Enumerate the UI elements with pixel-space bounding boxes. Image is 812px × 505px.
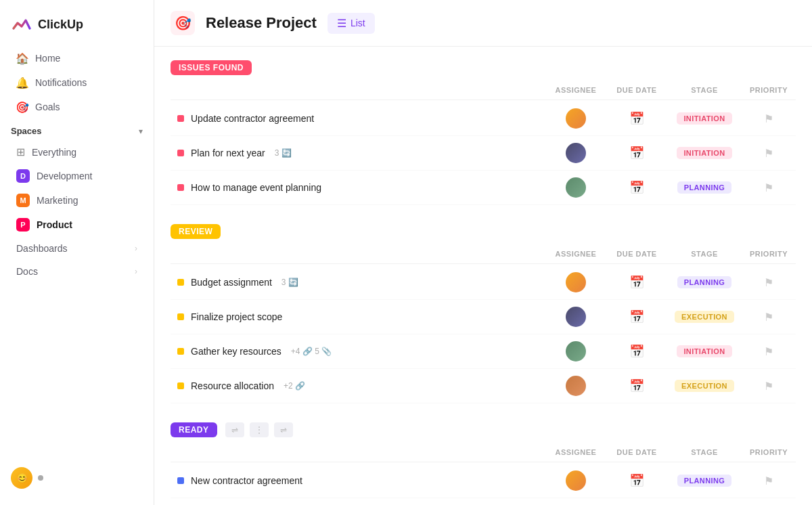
priority-icon: ⚑: [764, 345, 773, 358]
priority-icon: ⚑: [764, 181, 773, 194]
chevron-right-icon: ›: [135, 244, 137, 253]
assignee-cell: [545, 336, 606, 367]
sidebar-item-development[interactable]: D Development: [5, 164, 148, 188]
task-meta: +2 🔗: [284, 381, 305, 391]
table-row[interactable]: Gather key resources +4 🔗 5 📎 📅 INITIATI…: [171, 334, 796, 369]
assignee-cell: [545, 500, 606, 505]
sidebar-item-product[interactable]: P Product: [5, 213, 148, 236]
table-row[interactable]: How to manage event planning 📅 PLANNING …: [171, 171, 796, 205]
task-label: Resource allocation: [191, 380, 274, 391]
priority-col-header: PRIORITY: [742, 83, 796, 97]
assignee-col-header: ASSIGNEE: [545, 445, 606, 459]
task-label: Gather key resources: [191, 346, 281, 357]
sidebar-item-notifications[interactable]: 🔔 Notifications: [5, 71, 148, 94]
stage-badge: PLANNING: [677, 475, 732, 487]
grid-icon: ⊞: [16, 146, 25, 158]
task-name-cell: Update contractor agreement: [171, 108, 545, 129]
sidebar-item-goals[interactable]: 🎯 Goals: [5, 95, 148, 118]
home-label: Home: [35, 53, 60, 64]
stage-badge: INITIATION: [677, 112, 731, 125]
sidebar-item-dashboards[interactable]: Dashboards ›: [5, 238, 148, 259]
spaces-section-header[interactable]: Spaces ▾: [0, 119, 154, 140]
view-label: List: [351, 18, 365, 28]
calendar-icon: 📅: [629, 111, 644, 126]
home-icon: 🏠: [16, 52, 28, 64]
sidebar-item-marketing[interactable]: M Marketing: [5, 189, 148, 212]
stage-cell: INITIATION: [667, 107, 742, 130]
issues-badge: ISSUES FOUND: [171, 60, 252, 75]
calendar-icon: 📅: [629, 309, 644, 324]
table-row[interactable]: Budget assignment 3 🔄 📅 PLANNING ⚑: [171, 265, 796, 300]
duedate-cell: 📅: [606, 106, 667, 131]
table-row[interactable]: Refresh company website 5 📎 📅 EXECUTION …: [171, 498, 796, 505]
chevron-down-icon: ▾: [139, 127, 143, 136]
avatar: [566, 108, 586, 129]
task-dot: [177, 115, 184, 122]
goals-icon: 🎯: [16, 101, 28, 113]
task-dot: [177, 348, 184, 355]
stage-badge: EXECUTION: [675, 311, 734, 323]
priority-cell: ⚑: [742, 340, 796, 364]
task-meta: 3 🔄: [281, 278, 298, 287]
priority-cell: ⚑: [742, 374, 796, 398]
priority-icon: ⚑: [764, 147, 773, 160]
stage-cell: EXECUTION: [667, 305, 742, 328]
spaces-title: Spaces: [11, 126, 42, 136]
assignee-cell: [545, 301, 606, 332]
review-table-header: ASSIGNEE DUE DATE STAGE PRIORITY: [171, 244, 796, 264]
assignee-cell: [545, 103, 606, 134]
calendar-icon: 📅: [629, 473, 644, 488]
goals-label: Goals: [35, 102, 60, 112]
assignee-cell: [545, 267, 606, 298]
avatar: [566, 307, 586, 327]
group-review: REVIEW ASSIGNEE DUE DATE STAGE PRIORITY …: [171, 224, 796, 403]
task-dot: [177, 313, 184, 320]
duedate-cell: 📅: [606, 502, 667, 505]
product-label: Product: [37, 219, 72, 230]
task-name-cell: Gather key resources +4 🔗 5 📎: [171, 341, 545, 362]
sidebar-item-home[interactable]: 🏠 Home: [5, 47, 148, 70]
duedate-col-header: DUE DATE: [606, 445, 667, 459]
table-row[interactable]: Plan for next year 3 🔄 📅 INITIATION ⚑: [171, 136, 796, 171]
sidebar-item-everything[interactable]: ⊞ Everything: [5, 141, 148, 163]
sidebar-item-docs[interactable]: Docs ›: [5, 261, 148, 282]
task-dot: [177, 150, 184, 156]
priority-icon: ⚑: [764, 112, 773, 125]
filter-btn[interactable]: ⇌: [225, 422, 244, 437]
app-name: ClickUp: [38, 18, 83, 32]
table-row[interactable]: Update contractor agreement 📅 INITIATION…: [171, 102, 796, 136]
list-view-tab[interactable]: ☰ List: [328, 13, 375, 34]
notifications-label: Notifications: [35, 77, 87, 88]
duedate-col-header: DUE DATE: [606, 83, 667, 97]
logo-area: ClickUp: [0, 8, 154, 46]
page-title: Release Project: [206, 14, 317, 32]
duedate-cell: 📅: [606, 175, 667, 200]
ready-table-header: ASSIGNEE DUE DATE STAGE PRIORITY: [171, 443, 796, 462]
user-avatar[interactable]: 😊: [11, 467, 32, 489]
task-meta: +4 🔗 5 📎: [291, 347, 332, 356]
group-issues-header: ISSUES FOUND: [171, 60, 796, 75]
stage-col-header: STAGE: [667, 83, 742, 97]
group-ready: READY ⇌ ⋮ ⇌ ASSIGNEE DUE DATE STAGE PRIO…: [171, 422, 796, 505]
task-name-cell: Budget assignment 3 🔄: [171, 271, 545, 293]
stage-badge: INITIATION: [677, 147, 731, 159]
clickup-logo-icon: [11, 14, 32, 35]
duedate-cell: 📅: [606, 468, 667, 493]
stage-cell: PLANNING: [667, 469, 742, 492]
table-row[interactable]: New contractor agreement 📅 PLANNING ⚑: [171, 464, 796, 498]
task-dot: [177, 382, 184, 389]
calendar-icon: 📅: [629, 180, 644, 195]
group-issues: ISSUES FOUND ASSIGNEE DUE DATE STAGE PRI…: [171, 60, 796, 205]
stage-badge: PLANNING: [677, 181, 732, 194]
stage-cell: INITIATION: [667, 340, 742, 363]
table-row[interactable]: Finalize project scope 📅 EXECUTION ⚑: [171, 300, 796, 334]
user-status-dot: [38, 475, 43, 481]
task-label: Finalize project scope: [191, 311, 282, 322]
marketing-dot: M: [16, 194, 30, 207]
table-row[interactable]: Resource allocation +2 🔗 📅 EXECUTION ⚑: [171, 369, 796, 403]
priority-icon: ⚑: [764, 311, 773, 324]
stage-cell: INITIATION: [667, 141, 742, 164]
content-area: ISSUES FOUND ASSIGNEE DUE DATE STAGE PRI…: [154, 47, 812, 505]
group-btn[interactable]: ⋮: [250, 422, 269, 437]
expand-btn[interactable]: ⇌: [274, 422, 293, 437]
